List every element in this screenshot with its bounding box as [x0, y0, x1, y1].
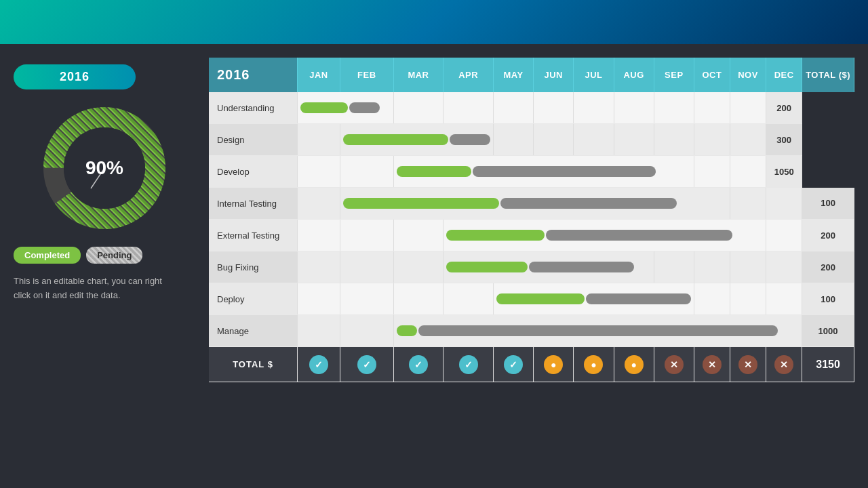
check-icon: ✓ — [357, 355, 376, 374]
empty-cell — [654, 251, 694, 283]
empty-cell — [340, 220, 393, 251]
empty-cell — [614, 124, 654, 156]
empty-cell — [694, 156, 730, 188]
table-row: External Testing 200 — [209, 220, 854, 251]
year-header: 2016 — [209, 58, 297, 92]
pending-icon: ● — [625, 355, 644, 374]
status-apr: ✓ — [443, 347, 494, 382]
empty-cell — [730, 156, 766, 188]
content-area: 2016 90% — [0, 44, 868, 488]
check-icon: ✓ — [459, 355, 478, 374]
table-row: Manage 1000 — [209, 315, 854, 347]
table-row: Internal Testing 100 — [209, 188, 854, 220]
jan-header: JAN — [297, 58, 340, 92]
status-aug: ● — [614, 347, 654, 382]
chart-description: This is an editable chart, you can right… — [14, 274, 163, 303]
status-mar: ✓ — [393, 347, 443, 382]
grand-total: 3150 — [802, 347, 854, 382]
left-panel: 2016 90% — [14, 58, 195, 474]
empty-cell — [694, 92, 730, 124]
empty-cell — [654, 92, 694, 124]
empty-cell — [393, 251, 443, 283]
empty-cell — [574, 124, 614, 156]
donut-chart: 90% — [37, 100, 172, 236]
bar-cell — [340, 124, 493, 156]
empty-cell — [766, 220, 802, 251]
aug-header: AUG — [614, 58, 654, 92]
sep-header: SEP — [654, 58, 694, 92]
mar-header: MAR — [393, 58, 443, 92]
table-row: Bug Fixing 200 — [209, 251, 854, 283]
empty-cell — [614, 92, 654, 124]
bar-cell — [493, 283, 694, 315]
task-deploy: Deploy — [209, 283, 297, 315]
empty-cell — [694, 283, 730, 315]
bar-cell — [393, 315, 802, 347]
check-icon: ✓ — [409, 355, 428, 374]
top-bar — [0, 0, 868, 44]
empty-cell — [766, 188, 802, 220]
empty-cell — [340, 283, 393, 315]
status-nov: ✕ — [730, 347, 766, 382]
nov-header: NOV — [730, 58, 766, 92]
gantt-wrapper: 2016 JAN FEB MAR APR MAY JUN JUL AUG SEP… — [209, 58, 854, 474]
check-icon: ✓ — [309, 355, 328, 374]
status-may: ✓ — [493, 347, 533, 382]
empty-cell — [340, 251, 393, 283]
apr-header: APR — [443, 58, 494, 92]
empty-cell — [574, 92, 614, 124]
total-external-testing: 200 — [802, 220, 854, 251]
empty-cell — [297, 251, 340, 283]
bar-cell — [340, 188, 730, 220]
status-dec: ✕ — [766, 347, 802, 382]
bar-cell — [443, 251, 654, 283]
empty-cell — [730, 283, 766, 315]
bar-cell — [297, 92, 393, 124]
header-row: 2016 JAN FEB MAR APR MAY JUN JUL AUG SEP… — [209, 58, 854, 92]
empty-cell — [694, 251, 730, 283]
status-oct: ✕ — [694, 347, 730, 382]
task-understanding: Understanding — [209, 92, 297, 124]
jul-header: JUL — [574, 58, 614, 92]
empty-cell — [534, 124, 574, 156]
empty-cell — [340, 315, 393, 347]
empty-cell — [730, 124, 766, 156]
year-badge: 2016 — [14, 64, 136, 89]
empty-cell — [393, 92, 443, 124]
legend-pending: Pending — [86, 247, 142, 264]
total-bug-fixing: 200 — [802, 251, 854, 283]
empty-cell — [297, 220, 340, 251]
status-jan: ✓ — [297, 347, 340, 382]
empty-cell — [340, 156, 393, 188]
total-header: TOTAL ($) — [802, 58, 854, 92]
total-internal-testing: 100 — [802, 188, 854, 220]
empty-cell — [730, 251, 766, 283]
total-understanding: 200 — [766, 92, 802, 124]
status-feb: ✓ — [340, 347, 393, 382]
table-row: Deploy 100 — [209, 283, 854, 315]
empty-cell — [443, 283, 494, 315]
empty-cell — [730, 92, 766, 124]
task-develop: Develop — [209, 156, 297, 188]
empty-cell — [730, 188, 766, 220]
total-design: 300 — [766, 124, 802, 156]
empty-cell — [297, 188, 340, 220]
feb-header: FEB — [340, 58, 393, 92]
empty-cell — [297, 283, 340, 315]
x-icon: ✕ — [774, 355, 793, 374]
empty-cell — [297, 315, 340, 347]
jun-header: JUN — [534, 58, 574, 92]
task-manage: Manage — [209, 315, 297, 347]
empty-cell — [393, 283, 443, 315]
empty-cell — [297, 156, 340, 188]
empty-cell — [393, 220, 443, 251]
donut-percentage: 90% — [85, 157, 123, 179]
check-icon: ✓ — [504, 355, 523, 374]
bar-cell — [443, 220, 766, 251]
total-row: TOTAL $ ✓ ✓ — [209, 347, 854, 382]
bar-cell — [393, 156, 694, 188]
total-manage: 1000 — [802, 315, 854, 347]
empty-cell — [694, 124, 730, 156]
total-label: TOTAL $ — [209, 347, 297, 382]
oct-header: OCT — [694, 58, 730, 92]
